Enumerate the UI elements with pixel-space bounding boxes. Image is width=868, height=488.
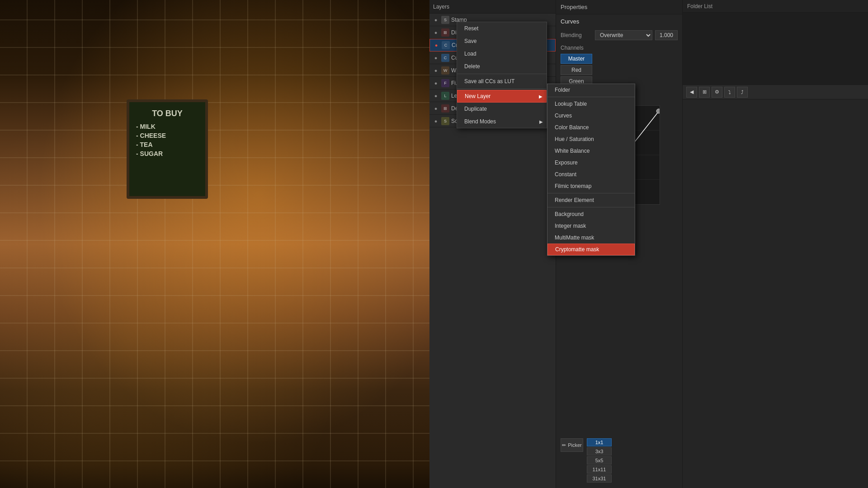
chalkboard-item: - TEA <box>136 141 153 148</box>
blending-row: Blending Overwrite <box>556 28 682 42</box>
eye-icon[interactable]: ● <box>432 16 439 23</box>
channel-red-btn[interactable]: Red <box>561 65 592 75</box>
layer-icon-film: F <box>441 79 449 87</box>
submenu-item-color-balance[interactable]: Color Balance <box>547 122 635 133</box>
layer-panel-title: Layers <box>433 4 449 10</box>
toolbar-import-btn[interactable]: ⤵ <box>724 87 735 98</box>
toolbar-export-btn[interactable]: ⤴ <box>737 87 748 98</box>
channels-title: Channels <box>561 45 678 51</box>
picker-section: ✏ Picker 1x1 3x3 5x5 11x11 31x31 <box>556 436 682 488</box>
blending-label: Blending <box>561 32 592 38</box>
eye-icon[interactable]: ● <box>432 117 439 125</box>
eye-icon[interactable]: ● <box>432 105 439 112</box>
layer-icon-levels: L <box>441 92 449 100</box>
layer-icon-curves: C <box>442 41 450 49</box>
picker-button[interactable]: ✏ Picker <box>561 438 583 452</box>
submenu-item-multimatte-mask[interactable]: MultiMatte mask <box>547 232 635 244</box>
eye-icon[interactable]: ● <box>432 54 439 61</box>
folder-header-label: Folder List <box>687 3 712 9</box>
submenu-item-integer-mask[interactable]: Integer mask <box>547 220 635 232</box>
eye-icon[interactable]: ● <box>432 92 439 99</box>
folder-content <box>683 13 868 85</box>
properties-title: Curves <box>556 14 682 28</box>
blending-select[interactable]: Overwrite <box>595 30 652 40</box>
eye-icon[interactable]: ● <box>432 67 439 74</box>
submenu-item-folder[interactable]: Folder <box>547 84 635 96</box>
properties-header-label: Properties <box>561 4 587 10</box>
menu-divider <box>457 74 547 74</box>
submenu-item-render-element[interactable]: Render Element <box>547 194 635 206</box>
eye-icon[interactable]: ● <box>432 80 439 87</box>
menu-divider <box>547 207 635 207</box>
submenu-item-filmic-tonemap[interactable]: Filmic tonemap <box>547 180 635 192</box>
layer-icon-wb: W <box>441 66 449 75</box>
sample-1x1-btn[interactable]: 1x1 <box>587 438 612 446</box>
menu-item-save[interactable]: Save <box>457 35 547 47</box>
context-menu: Reset Save Load Delete Save all CCs as L… <box>457 22 547 128</box>
eye-icon[interactable]: ● <box>433 42 440 49</box>
right-secondary-panel: Folder List ◀ ⊞ ⚙ ⤵ ⤴ <box>683 0 868 488</box>
properties-header: Properties <box>556 0 682 14</box>
channel-master-btn[interactable]: Master <box>561 54 592 64</box>
menu-divider <box>547 193 635 193</box>
submenu-item-constant[interactable]: Constant <box>547 169 635 180</box>
chalkboard: TO BUY - MILK - CHEESE - TEA - SUGAR <box>127 99 208 199</box>
menu-divider <box>547 97 635 97</box>
menu-item-duplicate[interactable]: Duplicate <box>457 103 547 115</box>
viewport: TO BUY - MILK - CHEESE - TEA - SUGAR <box>0 0 429 488</box>
menu-item-load[interactable]: Load <box>457 47 547 60</box>
picker-group: ✏ Picker <box>561 438 583 452</box>
submenu-item-exposure[interactable]: Exposure <box>547 157 635 169</box>
layer-icon-display2: ⊞ <box>441 104 449 113</box>
opacity-input[interactable] <box>655 30 678 40</box>
menu-item-blend-modes[interactable]: Blend Modes ▶ <box>457 115 547 128</box>
sample-11x11-btn[interactable]: 11x11 <box>587 465 612 474</box>
layer-panel-header: Layers <box>429 0 556 14</box>
chalkboard-item: - CHEESE <box>136 132 166 139</box>
new-layer-submenu: Folder Lookup Table Curves Color Balance… <box>547 84 635 256</box>
sample-size-group: 1x1 3x3 5x5 11x11 31x31 <box>587 438 612 483</box>
menu-item-new-layer[interactable]: New Layer ▶ <box>457 90 547 103</box>
layer-icon-curves2: C <box>441 54 449 62</box>
submenu-item-background[interactable]: Background <box>547 208 635 220</box>
arrow-icon: ▶ <box>539 94 542 99</box>
arrow-icon: ▶ <box>539 119 543 124</box>
menu-divider <box>457 89 547 89</box>
layer-panel: Layers ● S Stamp ● ⊞ Display Correction … <box>429 0 556 488</box>
menu-item-save-lut[interactable]: Save all CCs as LUT <box>457 75 547 88</box>
menu-item-reset[interactable]: Reset <box>457 22 547 35</box>
right-panel: Layers ● S Stamp ● ⊞ Display Correction … <box>429 0 868 488</box>
submenu-item-cryptomatte-mask[interactable]: Cryptomatte mask <box>547 244 635 255</box>
chalkboard-title: TO BUY <box>136 109 198 118</box>
folder-panel-header: Folder List <box>683 0 868 13</box>
chalkboard-item: - SUGAR <box>136 150 163 157</box>
layer-icon-sol: S <box>441 117 449 125</box>
sample-5x5-btn[interactable]: 5x5 <box>587 456 612 465</box>
submenu-item-hue-saturation[interactable]: Hue / Saturation <box>547 133 635 145</box>
chalkboard-item: - MILK <box>136 123 156 130</box>
toolbar-row: ◀ ⊞ ⚙ ⤵ ⤴ <box>683 85 868 99</box>
sample-3x3-btn[interactable]: 3x3 <box>587 447 612 455</box>
kitchen-background <box>0 0 429 488</box>
layer-icon-stamp: S <box>441 16 449 24</box>
layer-icon-display: ⊞ <box>441 28 449 37</box>
toolbar-back-btn[interactable]: ◀ <box>686 87 697 98</box>
svg-point-7 <box>656 109 660 113</box>
submenu-item-white-balance[interactable]: White Balance <box>547 145 635 157</box>
submenu-item-curves[interactable]: Curves <box>547 110 635 122</box>
sample-31x31-btn[interactable]: 31x31 <box>587 474 612 483</box>
toolbar-grid-btn[interactable]: ⊞ <box>699 87 710 98</box>
submenu-item-lookup-table[interactable]: Lookup Table <box>547 98 635 110</box>
menu-item-delete[interactable]: Delete <box>457 60 547 73</box>
dropper-icon: ✏ <box>562 442 566 448</box>
toolbar-settings-btn[interactable]: ⚙ <box>712 87 722 98</box>
eye-icon[interactable]: ● <box>432 29 439 36</box>
